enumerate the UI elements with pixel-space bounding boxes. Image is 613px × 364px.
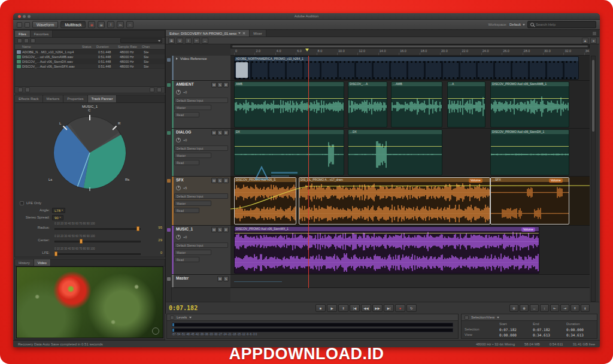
tab-properties[interactable]: Properties [63, 95, 87, 102]
file-row[interactable]: DISCOV_…ud v06_StemAMB.wav 0:51.448 4800… [15, 54, 165, 59]
zoom-out-button[interactable]: ⊖ [509, 304, 518, 312]
record-button[interactable]: ● [395, 304, 405, 312]
scrollbar-thumb[interactable] [592, 60, 594, 132]
workspace-dropdown[interactable]: Default [509, 23, 525, 26]
volume-knob[interactable] [176, 90, 181, 95]
mute-button[interactable]: M [217, 276, 223, 281]
audio-clip[interactable]: DISCOV_PROMO Aud v06_S [234, 177, 296, 225]
video-clip[interactable]: ADOBE_NORTHAMERICA_PROMO_v10_h264_1 [234, 56, 579, 80]
play-button[interactable]: ▶ [327, 304, 337, 312]
track-header-master[interactable]: Master M S [172, 275, 230, 288]
solo-button[interactable]: S [217, 178, 223, 183]
slip-edit-icon[interactable]: ↔ [202, 38, 208, 44]
tab-markers[interactable]: Markers [43, 95, 64, 102]
sv-selection-end[interactable]: 0:07.182 [531, 327, 565, 332]
go-to-start-button[interactable]: |◀ [350, 304, 360, 312]
waveform-view-button[interactable]: Waveform [32, 21, 58, 28]
files-filter-dropdown[interactable] [120, 38, 162, 43]
tab-track-panner[interactable]: Track Panner [88, 95, 117, 102]
tab-video[interactable]: Video [34, 259, 51, 266]
solo-button[interactable]: S [223, 276, 229, 281]
volume-knob[interactable] [176, 138, 181, 142]
sv-view-duration[interactable]: 0:34.613 [565, 332, 598, 338]
sv-view-start[interactable]: 0:00.000 [497, 332, 531, 338]
audio-clip[interactable]: …A [447, 81, 485, 128]
automation-mode-selector[interactable]: Read [174, 257, 199, 262]
audio-clip[interactable]: DISCOV_PROMO Aud v06_StemMX_1 [234, 226, 539, 274]
automation-mode-selector[interactable]: Read [174, 112, 199, 117]
playhead[interactable] [308, 56, 309, 288]
audio-clip[interactable]: DISCOV_…A [348, 81, 387, 128]
arm-record-button[interactable]: R [223, 178, 229, 183]
chevron-down-icon[interactable] [189, 317, 192, 318]
zoom-to-out-point-button[interactable]: ⇥ [560, 304, 569, 312]
razor-tool-icon[interactable]: ✂ [117, 21, 124, 28]
radius-slider-knob[interactable] [136, 226, 139, 231]
lfe-slider-track[interactable] [54, 253, 141, 255]
panel-menu-icon[interactable] [592, 31, 597, 36]
zoom-in-button[interactable]: ⊕ [520, 304, 529, 312]
zoom-full-button[interactable]: ⇟ [581, 304, 590, 312]
audio-clip[interactable]: …SFX [490, 177, 569, 225]
volume-knob[interactable] [176, 235, 181, 239]
lfe-slider-knob[interactable] [54, 251, 57, 256]
trash-icon[interactable] [157, 87, 162, 92]
playhead-marker[interactable] [305, 48, 309, 51]
stereo-spread-value[interactable]: 90 ° [52, 215, 63, 220]
file-row[interactable]: DISCOV_…Aud v06_StemDX.wav 0:51.448 4800… [15, 59, 165, 64]
track-header-sfx[interactable]: SFX M S R +5 Default Stereo Input Master… [172, 177, 230, 226]
grid-snap-icon[interactable]: ⊞ [168, 38, 175, 44]
output-selector[interactable]: Master [174, 105, 211, 110]
audio-clip[interactable]: DIS_DL_PROMO A…v17_dram [299, 177, 490, 225]
razor-edit-icon[interactable]: ✂ [193, 38, 200, 44]
col-status[interactable]: Status [82, 45, 96, 48]
arm-record-button[interactable]: R [223, 130, 229, 135]
input-selector[interactable]: Default Stereo Input [174, 242, 228, 248]
output-selector[interactable]: Master [174, 201, 211, 206]
metronome-icon[interactable]: ▲ [582, 38, 588, 44]
search-input[interactable] [536, 23, 593, 26]
volume-envelope-badge[interactable]: Volume [469, 178, 482, 183]
auto-play-icon[interactable] [25, 87, 30, 92]
vertical-scrollbar[interactable] [591, 56, 596, 302]
col-channels[interactable]: Chan [142, 45, 155, 48]
zoom-navigator[interactable] [230, 44, 590, 48]
automation-mode-selector[interactable]: Read [174, 208, 199, 213]
surround-pan-field[interactable]: C L R Ls Rs [45, 110, 135, 199]
tab-files[interactable]: Files [15, 31, 31, 37]
tab-favorites[interactable]: Favorites [31, 31, 53, 37]
rewind-button[interactable]: ◀◀ [361, 304, 371, 312]
audio-clip[interactable]: DISCOV_PROMO Aud v06_StemAMB_1 [490, 81, 569, 128]
multitrack-view-button[interactable]: Multitrack [60, 21, 86, 28]
center-slider-track[interactable] [54, 241, 141, 242]
timeline-content[interactable]: ADOBE_NORTHAMERICA_PROMO_v10_h264_1 AMB … [230, 56, 590, 302]
radius-slider-track[interactable] [54, 228, 141, 230]
volume-knob[interactable] [176, 186, 181, 190]
audio-clip[interactable]: AMB [234, 81, 344, 128]
solo-button[interactable]: S [217, 227, 223, 232]
zoom-to-in-point-button[interactable]: ⇤ [550, 304, 559, 312]
spot-healing-tool-icon[interactable]: ⊕ [88, 21, 95, 28]
new-session-icon[interactable] [31, 38, 35, 43]
output-selector[interactable]: Master [174, 153, 211, 158]
tab-history[interactable]: History [15, 259, 34, 266]
open-file-icon[interactable] [24, 38, 29, 43]
col-name[interactable]: Name [15, 45, 82, 48]
angle-value[interactable]: L78 ° [52, 208, 65, 213]
mute-button[interactable]: M [211, 82, 217, 87]
loop-playback-button[interactable]: ↻ [406, 304, 417, 312]
automation-mode-selector[interactable]: Read [174, 160, 199, 165]
close-tab-icon[interactable] [242, 32, 245, 35]
tab-editor-session[interactable]: Editor: DISCOVERY NA PROMO_01.sesx [166, 30, 250, 37]
fast-forward-button[interactable]: ▶▶ [372, 304, 383, 312]
mute-button[interactable]: M [211, 130, 217, 135]
sv-selection-duration[interactable]: 0:00.000 [565, 327, 598, 332]
input-selector[interactable]: Default Stereo Input [174, 145, 228, 151]
track-header-dialog[interactable]: DIALOG M S R +0 Default Stereo Input Mas… [172, 129, 230, 177]
editor-settings-icon[interactable]: ≡ [590, 38, 597, 44]
input-selector[interactable]: Default Stereo Input [174, 98, 228, 103]
zoom-to-selection-button[interactable]: ⇞ [570, 304, 579, 312]
loop-preview-icon[interactable] [18, 87, 23, 92]
playhead-time-display[interactable]: 0:07.182 [169, 305, 198, 311]
pause-button[interactable]: Ⅱ [338, 304, 348, 312]
